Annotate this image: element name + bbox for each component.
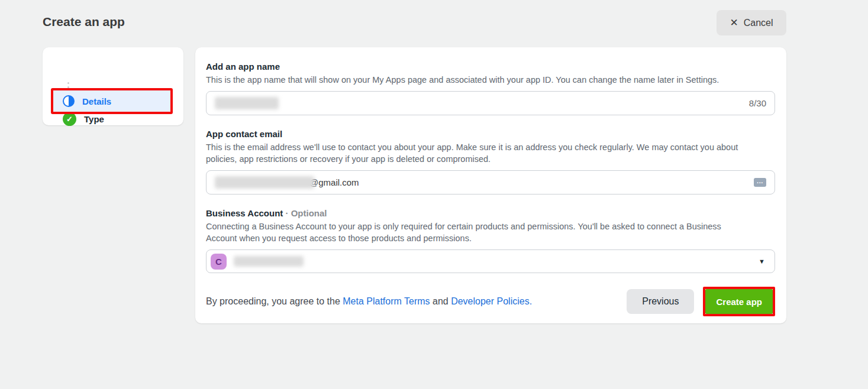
close-icon: ✕ bbox=[730, 18, 738, 28]
chevron-down-icon: ▼ bbox=[759, 258, 765, 265]
business-account-select[interactable]: C ▼ bbox=[206, 249, 775, 273]
business-account-description-line1: Connecting a Business Account to your ap… bbox=[206, 221, 775, 232]
contact-email-label: App contact email bbox=[206, 129, 775, 139]
agreement-prefix: By proceeding, you agree to the bbox=[206, 296, 343, 306]
create-app-button[interactable]: Create app bbox=[705, 289, 773, 314]
step-type-label: Type bbox=[84, 114, 104, 124]
app-name-section: Add an app name This is the app name tha… bbox=[206, 61, 775, 115]
redacted-app-name-value bbox=[215, 97, 279, 109]
meta-platform-terms-link[interactable]: Meta Platform Terms bbox=[343, 296, 430, 306]
agreement-text: By proceeding, you agree to the Meta Pla… bbox=[206, 296, 532, 307]
redacted-business-name bbox=[234, 256, 304, 267]
contact-email-description-line1: This is the email address we'll use to c… bbox=[206, 141, 775, 153]
step-details-label: Details bbox=[82, 96, 111, 106]
optional-label: · Optional bbox=[283, 208, 327, 218]
redacted-email-value bbox=[215, 176, 314, 189]
contact-email-input[interactable]: @gmail.com ··· bbox=[206, 170, 775, 194]
app-name-description: This is the app name that will show on y… bbox=[206, 74, 775, 86]
contact-email-section: App contact email This is the email addr… bbox=[206, 129, 775, 194]
step-connector-dots bbox=[67, 82, 69, 88]
business-avatar: C bbox=[211, 254, 227, 270]
char-counter: 8/30 bbox=[749, 98, 766, 108]
create-app-annotation-box: Create app bbox=[703, 287, 775, 316]
agreement-middle: and bbox=[430, 296, 451, 306]
app-name-input[interactable]: 8/30 bbox=[206, 91, 775, 115]
contact-email-description-line2: policies, app restrictions or recovery i… bbox=[206, 153, 775, 165]
autofill-extension-icon[interactable]: ··· bbox=[754, 178, 766, 187]
form-footer: By proceeding, you agree to the Meta Pla… bbox=[206, 287, 775, 316]
footer-buttons: Previous Create app bbox=[627, 287, 775, 316]
steps-card: ✓ Type Details bbox=[43, 47, 183, 125]
step-type[interactable]: ✓ Type bbox=[63, 112, 104, 126]
details-form-card: Add an app name This is the app name tha… bbox=[195, 47, 786, 323]
page-title: Create an app bbox=[43, 15, 125, 29]
developer-policies-link[interactable]: Developer Policies. bbox=[451, 296, 532, 306]
check-circle-icon: ✓ bbox=[63, 112, 76, 126]
step-details[interactable]: Details bbox=[51, 88, 173, 114]
previous-button[interactable]: Previous bbox=[627, 289, 694, 314]
email-domain-text: @gmail.com bbox=[309, 177, 359, 187]
business-account-label-text: Business Account bbox=[206, 208, 283, 218]
business-account-section: Business Account · Optional Connecting a… bbox=[206, 208, 775, 273]
half-circle-progress-icon bbox=[63, 95, 75, 107]
app-name-label: Add an app name bbox=[206, 61, 775, 72]
cancel-button[interactable]: ✕ Cancel bbox=[717, 10, 786, 35]
business-account-description-line2: Account when you request access to those… bbox=[206, 232, 775, 244]
business-account-label: Business Account · Optional bbox=[206, 208, 775, 218]
cancel-button-label: Cancel bbox=[744, 18, 773, 28]
